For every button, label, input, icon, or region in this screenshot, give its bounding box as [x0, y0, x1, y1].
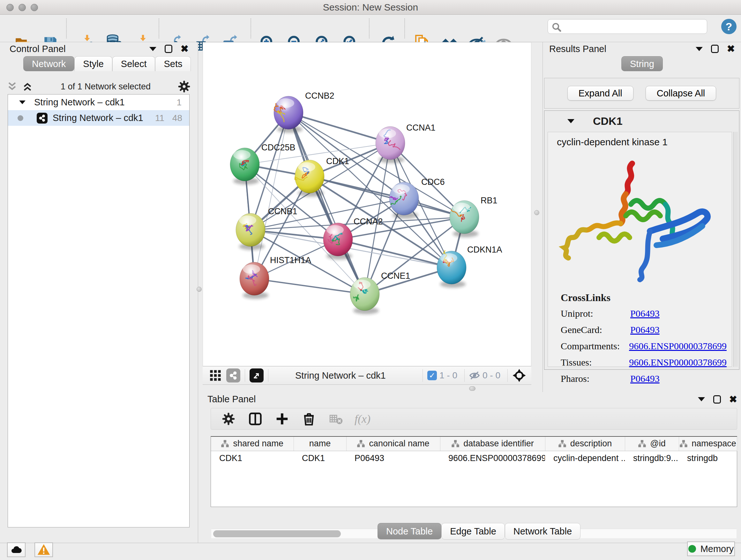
show-columns-icon[interactable] — [247, 410, 264, 428]
table-cell[interactable]: CDK1 — [211, 451, 293, 465]
table-cell[interactable]: 9606.ENSP00000378699 — [440, 451, 545, 465]
table-cell[interactable]: CDK1 — [293, 451, 346, 465]
cdk1-section-body: cyclin-dependent kinase 1 — [548, 132, 732, 367]
table-cell[interactable]: stringdb:9... — [625, 451, 679, 465]
node-label-CDC25B: CDC25B — [261, 143, 295, 152]
horizontal-splitter-grip[interactable] — [469, 386, 475, 391]
results-scrollbar[interactable] — [733, 132, 738, 367]
collapse-all-button[interactable]: Collapse All — [646, 86, 717, 101]
birdseye-crosshair-icon[interactable] — [512, 368, 526, 382]
results-panel-header: Results Panel ✖ — [543, 42, 741, 56]
detach-view-icon[interactable] — [250, 368, 264, 382]
search-input[interactable] — [562, 20, 703, 33]
column-label: description — [570, 439, 612, 449]
column-header[interactable]: name — [293, 437, 346, 451]
network-node-CDC25B[interactable] — [230, 148, 259, 181]
crosslink-link[interactable]: P06493 — [630, 308, 660, 319]
tab-sets[interactable]: Sets — [155, 56, 191, 71]
right-splitter-grip[interactable] — [534, 210, 539, 215]
network-row-selected[interactable]: String Network – cdk1 11 48 — [8, 110, 189, 126]
section-expander-icon[interactable] — [567, 119, 575, 123]
crosslink-link[interactable]: 9606.ENSP00000378699 — [629, 341, 727, 352]
panel-menu-icon[interactable] — [696, 47, 703, 51]
table-toolbar: f(x) — [211, 408, 737, 430]
panel-menu-icon[interactable] — [149, 47, 156, 51]
tab-select[interactable]: Select — [112, 56, 155, 71]
column-header[interactable]: namespace — [679, 437, 737, 451]
network-node-CDK1[interactable] — [295, 160, 324, 193]
table-options-gear-icon[interactable] — [220, 410, 237, 428]
network-node-CDKN1A[interactable] — [437, 250, 466, 284]
table-row[interactable]: CDK1CDK1P064939606.ENSP00000378699cyclin… — [211, 451, 737, 465]
memory-button[interactable]: Memory — [687, 542, 735, 556]
close-panel-icon[interactable]: ✖ — [181, 44, 189, 54]
column-header[interactable]: @id — [625, 437, 679, 451]
collection-count: 1 — [177, 98, 182, 108]
close-window-button[interactable] — [6, 4, 14, 11]
expand-all-button[interactable]: Expand All — [567, 86, 633, 101]
left-splitter-grip[interactable] — [197, 287, 202, 292]
network-node-RB1[interactable] — [450, 200, 479, 234]
tab-network[interactable]: Network — [23, 56, 74, 71]
cloud-button[interactable] — [7, 543, 25, 557]
function-builder-icon[interactable]: f(x) — [354, 410, 371, 428]
crosslink-label: GeneCard: — [561, 324, 630, 335]
float-panel-icon[interactable] — [713, 395, 721, 403]
column-header[interactable]: shared name — [211, 437, 293, 451]
network-node-HIST1H1A[interactable] — [240, 262, 269, 295]
network-node-CDC6[interactable] — [389, 182, 419, 215]
collapse-all-icon[interactable] — [6, 80, 18, 93]
tab-node-table[interactable]: Node Table — [378, 523, 441, 540]
expand-all-icon[interactable] — [21, 80, 34, 93]
search-field[interactable] — [548, 19, 707, 34]
network-options-gear-icon[interactable] — [178, 80, 191, 93]
toolbar-separator — [369, 18, 369, 38]
network-node-CCNA2[interactable] — [323, 223, 353, 256]
float-panel-icon[interactable] — [711, 45, 719, 53]
delete-table-icon[interactable] — [327, 410, 344, 428]
help-button[interactable]: ? — [721, 19, 737, 34]
network-node-CCNA1[interactable] — [376, 126, 405, 160]
column-tree-icon — [221, 440, 229, 448]
table-cell[interactable]: cyclin-dependent ... — [545, 451, 625, 465]
column-header[interactable]: database identifier — [440, 437, 545, 451]
crosslink-link[interactable]: P06493 — [630, 324, 660, 335]
crosslink-row: Tissues:9606.ENSP00000378699 — [561, 357, 727, 368]
cdk1-section: CDK1 cyclin-dependent kinase 1 — [544, 111, 739, 370]
network-share-view-icon[interactable] — [226, 368, 240, 382]
close-panel-icon[interactable]: ✖ — [727, 44, 735, 54]
status-bar: Memory — [0, 543, 741, 560]
cdk1-section-header[interactable]: CDK1 — [544, 111, 739, 131]
column-header[interactable]: description — [545, 437, 625, 451]
tab-string[interactable]: String — [621, 56, 663, 71]
selected-checkbox-icon[interactable]: ✓ — [427, 371, 437, 380]
crosslink-link[interactable]: 9606.ENSP00000378699 — [629, 357, 727, 368]
network-node-CCNE1[interactable] — [350, 277, 380, 311]
column-header[interactable]: canonical name — [346, 437, 440, 451]
crosslink-row: Compartments:9606.ENSP00000378699 — [561, 341, 727, 352]
tab-style[interactable]: Style — [74, 56, 112, 71]
search-icon — [552, 22, 561, 32]
tab-edge-table[interactable]: Edge Table — [441, 523, 505, 540]
table-cell[interactable]: P06493 — [346, 451, 440, 465]
zoom-window-button[interactable] — [30, 4, 38, 11]
network-node-CCNB2[interactable] — [274, 96, 303, 129]
network-node-CCNB1[interactable] — [236, 213, 265, 246]
close-panel-icon[interactable]: ✖ — [729, 395, 737, 404]
table-cell[interactable]: stringdb — [679, 451, 737, 465]
minimize-window-button[interactable] — [18, 4, 26, 11]
add-column-icon[interactable] — [273, 410, 291, 428]
network-canvas[interactable]: CCNB2CCNA1CDC25BCDK1CDC6RB1CCNB1CCNA2CDK… — [203, 42, 531, 366]
float-panel-icon[interactable] — [165, 45, 172, 53]
crosslink-link[interactable]: P06493 — [630, 373, 660, 384]
window-title: Session: New Session — [323, 2, 418, 13]
crosslink-label: Compartments: — [561, 341, 629, 352]
warnings-button[interactable] — [35, 543, 53, 557]
panel-menu-icon[interactable] — [698, 397, 705, 401]
scrollbar-thumb[interactable] — [213, 530, 341, 537]
delete-column-trash-icon[interactable] — [300, 410, 318, 428]
network-collection-row[interactable]: String Network – cdk1 1 — [8, 95, 189, 110]
grid-view-icon[interactable] — [209, 369, 222, 382]
tree-expander-icon[interactable] — [19, 101, 25, 105]
tab-network-table[interactable]: Network Table — [505, 523, 581, 540]
